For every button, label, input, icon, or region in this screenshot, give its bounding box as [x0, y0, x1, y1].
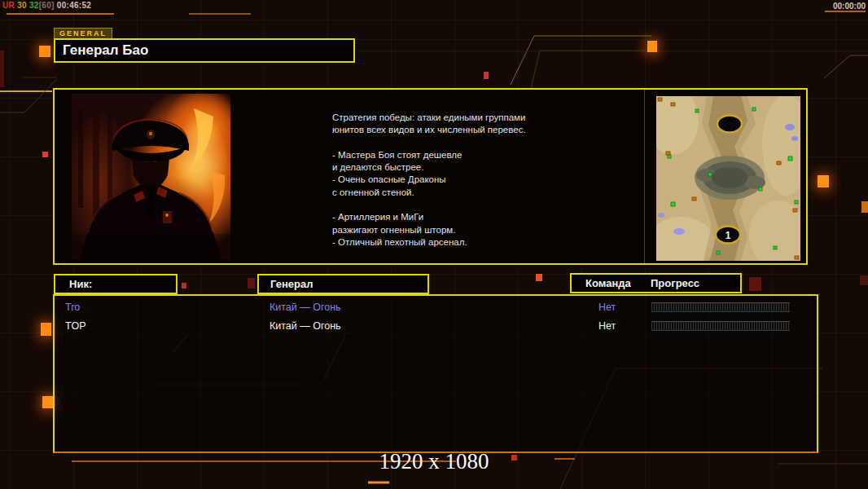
resolution-label: 1920 x 1080 [0, 449, 868, 474]
player-nick: TOP [65, 317, 85, 336]
player-row: Tro Китай — Огонь Нет [55, 298, 817, 317]
deco-square [39, 46, 50, 57]
player-team: Нет [598, 317, 616, 336]
deco-square [860, 275, 868, 285]
loading-progress-bar [651, 302, 790, 312]
loading-progress-bar [651, 321, 790, 331]
fps-value-2: 32 [29, 1, 39, 10]
match-timer: 00:00:00 [833, 2, 866, 11]
player-list-panel: Tro Китай — Огонь Нет TOP Китай — Огонь … [53, 294, 818, 453]
general-name-title: Генерал Бао [54, 38, 355, 63]
deco-square [749, 277, 761, 291]
general-bao-portrait [72, 94, 230, 260]
start-position-number: 1 [726, 230, 731, 241]
portrait-image [72, 94, 230, 260]
session-time: 00:46:52 [57, 1, 91, 10]
player-general: Китай — Огонь [270, 298, 341, 317]
deco-square [182, 283, 186, 289]
start-position-top [717, 116, 742, 133]
deco-square [41, 323, 51, 336]
deco-square [818, 175, 829, 187]
fps-value-max: [60] [39, 1, 55, 10]
player-row: TOP Китай — Огонь Нет [55, 317, 817, 336]
strategy-description: Стратегия победы: атаки едиными группами… [332, 112, 568, 249]
deco-bar [0, 51, 4, 87]
player-general: Китай — Огонь [270, 317, 341, 336]
column-header-nick: Ник: [54, 274, 178, 294]
fps-counter: UR 30 32[60] 00:46:52 [2, 1, 91, 10]
deco-square [42, 152, 48, 157]
column-header-general: Генерал [257, 274, 429, 294]
deco-square [861, 201, 868, 213]
deco-square [536, 274, 542, 281]
panel-divider [644, 90, 645, 263]
deco-square [248, 278, 255, 289]
deco-square [484, 72, 489, 79]
general-info-panel: Стратегия победы: атаки едиными группами… [53, 88, 808, 265]
deco-square [647, 41, 657, 52]
deco-square [42, 396, 54, 408]
column-header-progress-label: Прогресс [651, 275, 699, 292]
map-preview: 1 [656, 96, 800, 261]
map-preview-image: 1 [656, 96, 800, 261]
fps-value-1: 30 [17, 1, 27, 10]
player-team: Нет [598, 298, 616, 317]
column-header-team-label: Команда [585, 277, 631, 289]
player-nick: Tro [65, 298, 80, 317]
column-header-team-progress: Команда Прогресс [570, 273, 742, 293]
fps-label: UR [2, 1, 15, 10]
general-tab-label: GENERAL [54, 28, 112, 38]
